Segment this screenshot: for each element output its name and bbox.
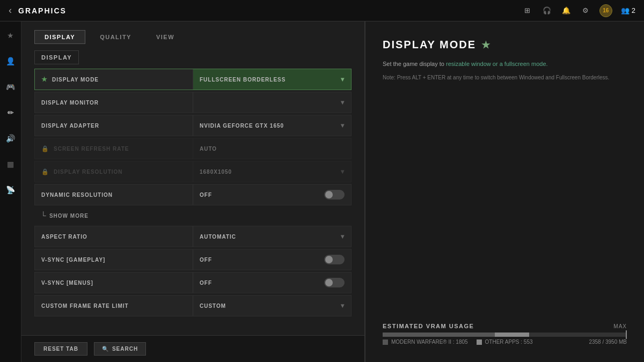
main-layout: ★ 👤 🎮 ✏ 🔊 ▦ 📡 DISPLAY QUALITY VIEW DISPL… — [0, 21, 644, 362]
setting-row-vsync-gameplay[interactable]: V-SYNC [GAMEPLAY] OFF — [34, 249, 352, 270]
show-more-corner-icon: └ — [41, 211, 46, 220]
setting-row-custom-frame-rate[interactable]: CUSTOM FRAME RATE LIMIT CUSTOM ▾ — [34, 295, 352, 316]
info-title: DISPLAY MODE ★ — [383, 39, 627, 51]
back-button[interactable]: ‹ — [9, 5, 12, 16]
gear-icon[interactable]: ⚙ — [580, 5, 591, 16]
setting-value-display-mode: FULLSCREEN BORDERLESS ▾ — [193, 69, 351, 90]
show-more-row[interactable]: └ SHOW MORE — [34, 207, 352, 224]
setting-label-custom-frame-rate: CUSTOM FRAME RATE LIMIT — [35, 303, 193, 309]
bottom-bar: RESET TAB 🔍 SEARCH — [21, 335, 364, 362]
setting-value-display-resolution: 1680X1050 ▾ — [193, 161, 351, 182]
toggle-vsync-gameplay-knob — [325, 256, 333, 263]
page-title: GRAPHICS — [18, 6, 67, 15]
toggle-vsync-gameplay[interactable] — [324, 255, 345, 264]
vram-title: ESTIMATED VRAM USAGE — [383, 323, 474, 329]
search-icon: 🔍 — [102, 346, 109, 352]
sidebar-icon-star[interactable]: ★ — [3, 28, 18, 43]
grid-icon[interactable]: ⊞ — [522, 5, 533, 16]
toggle-knob — [325, 191, 333, 198]
tab-display[interactable]: DISPLAY — [34, 30, 85, 44]
sidebar-icon-account[interactable]: 👤 — [3, 54, 18, 69]
info-description: Set the game display to resizable window… — [383, 60, 627, 69]
setting-label-aspect-ratio: ASPECT RATIO — [35, 234, 193, 240]
setting-value-display-monitor: ▾ — [193, 92, 351, 113]
sidebar-icon-controller[interactable]: 🎮 — [3, 79, 18, 94]
setting-label-display-resolution: 🔒 DISPLAY RESOLUTION — [35, 168, 193, 175]
setting-value-custom-frame-rate: CUSTOM ▾ — [193, 295, 351, 316]
chevron-icon-aspect-ratio: ▾ — [341, 233, 345, 240]
settings-list: ★ DISPLAY MODE FULLSCREEN BORDERLESS ▾ D… — [21, 69, 364, 335]
player-count-value: 2 — [632, 6, 635, 14]
vram-header: ESTIMATED VRAM USAGE MAX — [383, 323, 627, 329]
toggle-vsync-menus[interactable] — [324, 278, 345, 287]
sidebar-icon-network[interactable]: 📡 — [3, 182, 18, 197]
vram-legend-mw: MODERN WARFARE® II : 1805 — [383, 339, 468, 345]
info-link[interactable]: resizable window or a fullscreen mode. — [446, 61, 548, 67]
setting-row-aspect-ratio[interactable]: ASPECT RATIO AUTOMATIC ▾ — [34, 226, 352, 247]
setting-label-screen-refresh-rate: 🔒 SCREEN REFRESH RATE — [35, 145, 193, 152]
setting-row-display-adapter[interactable]: DISPLAY ADAPTER NVIDIA GEFORCE GTX 1650 … — [34, 115, 352, 136]
setting-row-display-mode[interactable]: ★ DISPLAY MODE FULLSCREEN BORDERLESS ▾ — [34, 69, 352, 90]
chevron-icon-display-adapter: ▾ — [341, 122, 345, 129]
setting-label-display-adapter: DISPLAY ADAPTER — [35, 123, 193, 129]
info-panel: DISPLAY MODE ★ Set the game display to r… — [365, 21, 644, 362]
chevron-icon-resolution: ▾ — [341, 168, 345, 175]
vram-max-line — [626, 330, 627, 339]
sidebar-icons: ★ 👤 🎮 ✏ 🔊 ▦ 📡 — [0, 21, 21, 362]
setting-value-aspect-ratio: AUTOMATIC ▾ — [193, 226, 351, 247]
headset-icon[interactable]: 🎧 — [541, 5, 552, 16]
lock-icon-refresh: 🔒 — [41, 145, 49, 152]
xp-badge: 16 — [599, 4, 612, 17]
vram-bar-other — [495, 333, 529, 337]
vram-bar-mw — [383, 333, 495, 337]
chevron-icon-display-mode: ▾ — [341, 76, 345, 83]
sidebar-icon-graphics[interactable]: ✏ — [3, 105, 18, 120]
vram-legend-other: OTHER APPS : 553 — [477, 339, 533, 345]
chevron-icon-custom-frame-rate: ▾ — [341, 302, 345, 309]
section-header: DISPLAY — [34, 50, 79, 64]
vram-bar-container — [383, 333, 627, 337]
setting-value-display-adapter: NVIDIA GEFORCE GTX 1650 ▾ — [193, 115, 351, 136]
setting-label-display-mode: ★ DISPLAY MODE — [35, 76, 193, 83]
tab-quality[interactable]: QUALITY — [90, 30, 142, 44]
setting-row-vsync-menus[interactable]: V-SYNC [MENUS] OFF — [34, 272, 352, 293]
tabs-row: DISPLAY QUALITY VIEW — [21, 21, 364, 48]
setting-value-dynamic-resolution: OFF — [193, 184, 351, 205]
info-note: Note: Press ALT + ENTER at any time to s… — [383, 73, 627, 82]
vram-section: ESTIMATED VRAM USAGE MAX MODERN WARFARE®… — [383, 323, 627, 345]
setting-value-vsync-menus: OFF — [193, 272, 351, 293]
setting-value-screen-refresh-rate: AUTO — [193, 138, 351, 159]
bell-icon[interactable]: 🔔 — [561, 5, 572, 16]
setting-row-display-resolution: 🔒 DISPLAY RESOLUTION 1680X1050 ▾ — [34, 161, 352, 182]
show-more-label: SHOW MORE — [49, 213, 89, 219]
setting-row-screen-refresh-rate: 🔒 SCREEN REFRESH RATE AUTO — [34, 138, 352, 159]
settings-panel: DISPLAY QUALITY VIEW DISPLAY ★ DISPLAY M… — [21, 21, 365, 362]
vram-legend: MODERN WARFARE® II : 1805 OTHER APPS : 5… — [383, 339, 627, 345]
reset-tab-button[interactable]: RESET TAB — [34, 342, 87, 356]
setting-row-display-monitor[interactable]: DISPLAY MONITOR ▾ — [34, 92, 352, 113]
search-button[interactable]: 🔍 SEARCH — [94, 342, 146, 356]
toggle-vsync-menus-knob — [325, 279, 333, 286]
setting-label-vsync-gameplay: V-SYNC [GAMEPLAY] — [35, 257, 193, 263]
chevron-icon-display-monitor: ▾ — [341, 99, 345, 106]
vram-dot-other — [477, 339, 482, 345]
top-bar-right: ⊞ 🎧 🔔 ⚙ 16 👥 2 — [522, 4, 635, 17]
tab-view[interactable]: VIEW — [146, 30, 185, 44]
setting-value-vsync-gameplay: OFF — [193, 249, 351, 270]
lock-icon-resolution: 🔒 — [41, 168, 49, 175]
sidebar-icon-interface[interactable]: ▦ — [3, 157, 18, 172]
toggle-dynamic-resolution[interactable] — [324, 190, 345, 200]
player-count-icon: 👥 — [621, 6, 630, 14]
vram-max-label: MAX — [613, 323, 627, 329]
vram-dot-mw — [383, 339, 388, 345]
setting-label-vsync-menus: V-SYNC [MENUS] — [35, 280, 193, 286]
setting-row-dynamic-resolution[interactable]: DYNAMIC RESOLUTION OFF — [34, 184, 352, 205]
sidebar-icon-audio[interactable]: 🔊 — [3, 131, 18, 146]
setting-label-display-monitor: DISPLAY MONITOR — [35, 100, 193, 106]
setting-label-dynamic-resolution: DYNAMIC RESOLUTION — [35, 192, 193, 198]
display-mode-star-icon: ★ — [41, 76, 48, 83]
info-title-star: ★ — [481, 39, 491, 51]
top-bar-left: ‹ GRAPHICS — [9, 5, 67, 16]
top-bar: ‹ GRAPHICS ⊞ 🎧 🔔 ⚙ 16 👥 2 — [0, 0, 644, 21]
vram-usage-text: 2358 / 3950 MB — [589, 339, 627, 345]
